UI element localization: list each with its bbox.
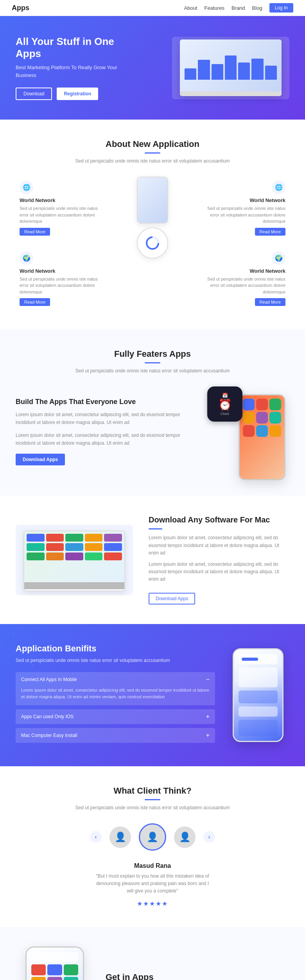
avatar-2: 👤 [174, 826, 196, 848]
mac-desc-1: Lorem ipsum dolor sit amet, consectetur … [149, 534, 289, 557]
laptop-screen [180, 39, 282, 91]
nav-link-brand[interactable]: Brand [231, 5, 245, 11]
benefit-phone-screen [234, 649, 282, 741]
mac-image-container [16, 525, 133, 595]
about-right-features: 🌐 World Network Sed ut perspiciatis unde… [199, 177, 289, 310]
benefits-title: Application Benifits [16, 644, 215, 654]
hero-title: All Your Stuff in One Apps [16, 36, 133, 60]
download-button[interactable]: Download [16, 88, 52, 100]
hero-text: All Your Stuff in One Apps Best Marketin… [16, 36, 133, 100]
testimonials-underline [145, 799, 160, 800]
network-icon-4: 🌍 [272, 251, 285, 265]
get-in-title: Get in Apps [106, 972, 289, 980]
fully-underline [145, 362, 160, 363]
accordion-header-1[interactable]: Connect All Apps In Mobile − [16, 672, 215, 687]
benefits-section: ★ ♦ ✦ Application Benifits Sed ut perspi… [0, 624, 305, 766]
mac-apps-grid [24, 531, 124, 563]
chart-bar [238, 63, 250, 79]
accordion-header-2[interactable]: Apps Can used Only IOS + [16, 709, 215, 724]
mac-base [24, 582, 124, 589]
get-text: Get in Apps Sed ut perspiciatis unde omn… [106, 972, 289, 980]
read-more-btn-1[interactable]: Read More [20, 228, 50, 236]
about-section: About New Application Sed ut perspiciati… [0, 120, 305, 329]
chart-bar [212, 64, 223, 80]
mac-section: Download Any Software For Mac Lorem ipsu… [0, 496, 305, 624]
hero-subtitle: Best Marketing Platform To Really Grow Y… [16, 64, 133, 79]
mac-underline [149, 528, 162, 529]
avatar-active: 👤 [139, 823, 166, 851]
phone-mockup-container: 📅 ⏰ Clock [203, 386, 289, 476]
testimonial-quote: "But I must explain to you how all this … [94, 873, 211, 895]
laptop-base [180, 91, 282, 96]
accordion-label-3: Mac Computer Easy Install [21, 733, 77, 738]
phone-stack: 📅 ⏰ Clock [207, 386, 285, 476]
testimonial-content: Masud Rana "But I must explain to you ho… [16, 862, 289, 907]
phone-apps-mock [239, 394, 285, 480]
carousel-next-button[interactable]: › [203, 831, 215, 843]
download-apps-button[interactable]: Download Apps [16, 454, 65, 465]
chart-bar [225, 55, 237, 79]
mac-mockup [23, 531, 125, 591]
feature-desc-3: Sed ut perspiciatis unde omnis iste natu… [20, 276, 102, 295]
read-more-btn-2[interactable]: Read More [255, 228, 285, 236]
phone-apps-screen [240, 395, 284, 479]
chart-bar [251, 59, 263, 80]
apps-desc-2: Lorem ipsum dolor sit amet, consectetur … [16, 431, 192, 447]
get-in-section: Get in Apps Sed ut perspiciatis unde omn… [0, 927, 305, 980]
benefits-text: Application Benifits Sed ut perspiciatis… [16, 644, 215, 747]
feature-title-2: World Network [203, 197, 285, 203]
about-circle-image [137, 227, 168, 259]
testimonial-stars: ★★★★★ [16, 900, 289, 907]
feature-title-1: World Network [20, 197, 102, 203]
testimonials-header: What Client Think? Sed ut perspiciatis u… [16, 786, 289, 812]
get-phone-screen [27, 948, 83, 980]
fully-text: Build The Apps That Everyone Love Lorem … [16, 398, 192, 465]
carousel-prev-button[interactable]: ‹ [90, 831, 102, 843]
feature-title-3: World Network [20, 268, 102, 274]
accordion-icon-1: − [206, 676, 210, 683]
about-center-image [113, 177, 192, 259]
benefit-phone-mockup [233, 648, 283, 742]
benefits-subtitle: Sed ut perspiciatis unde omnis iste natu… [16, 657, 215, 664]
testimonials-title: What Client Think? [16, 786, 289, 796]
read-more-btn-4[interactable]: Read More [255, 298, 285, 306]
feature-card-1: 🌐 World Network Sed ut perspiciatis unde… [16, 177, 106, 240]
mac-text: Download Any Software For Mac Lorem ipsu… [149, 515, 289, 604]
chart-bar [198, 60, 210, 79]
about-header: About New Application Sed ut perspiciati… [16, 139, 289, 165]
navbar: Apps About Features Brand Blog Log In [0, 0, 305, 16]
feature-desc-2: Sed ut perspiciatis unde omnis iste natu… [203, 205, 285, 225]
laptop-mockup [180, 39, 282, 96]
benefits-phone [227, 648, 289, 742]
about-phone-screen [138, 177, 167, 223]
feature-card-3: 🌍 World Network Sed ut perspiciatis unde… [16, 247, 106, 310]
get-phone-container [16, 946, 94, 980]
login-button[interactable]: Log In [269, 3, 293, 13]
about-subtitle: Sed ut perspiciatis unde omnis iste natu… [74, 157, 231, 165]
nav-link-features[interactable]: Features [205, 5, 224, 11]
fully-grid: Build The Apps That Everyone Love Lorem … [16, 386, 289, 476]
registration-button[interactable]: Registration [57, 88, 98, 100]
circle-chart-icon [145, 235, 160, 251]
about-phone-mockup [137, 177, 168, 224]
download-mac-button[interactable]: Download Apps [149, 593, 195, 604]
navbar-links: About Features Brand Blog Log In [184, 3, 293, 13]
clock-icon: 📅 ⏰ Clock [207, 386, 242, 422]
mac-desc-2: Lorem ipsum dolor sit amet, consectetur … [149, 561, 289, 583]
hero-image [172, 37, 289, 99]
about-left-features: 🌐 World Network Sed ut perspiciatis unde… [16, 177, 106, 310]
accordion-item-3: Mac Computer Easy Install + [16, 728, 215, 743]
accordion-item-1: Connect All Apps In Mobile − Lorem ipsum… [16, 672, 215, 705]
mock-chart [183, 50, 278, 81]
navbar-logo: Apps [12, 4, 29, 12]
nav-link-about[interactable]: About [184, 5, 197, 11]
chart-bar [265, 66, 277, 80]
read-more-btn-3[interactable]: Read More [20, 298, 50, 306]
accordion-body-1: Lorem ipsum dolor sit amet, consectetur … [16, 687, 215, 705]
testimonial-name: Masud Rana [16, 862, 289, 869]
feature-desc-4: Sed ut perspiciatis unde omnis iste natu… [203, 276, 285, 295]
accordion-header-3[interactable]: Mac Computer Easy Install + [16, 728, 215, 743]
hero-buttons: Download Registration [16, 88, 133, 100]
nav-link-blog[interactable]: Blog [252, 5, 262, 11]
apps-title: Build The Apps That Everyone Love [16, 398, 192, 406]
